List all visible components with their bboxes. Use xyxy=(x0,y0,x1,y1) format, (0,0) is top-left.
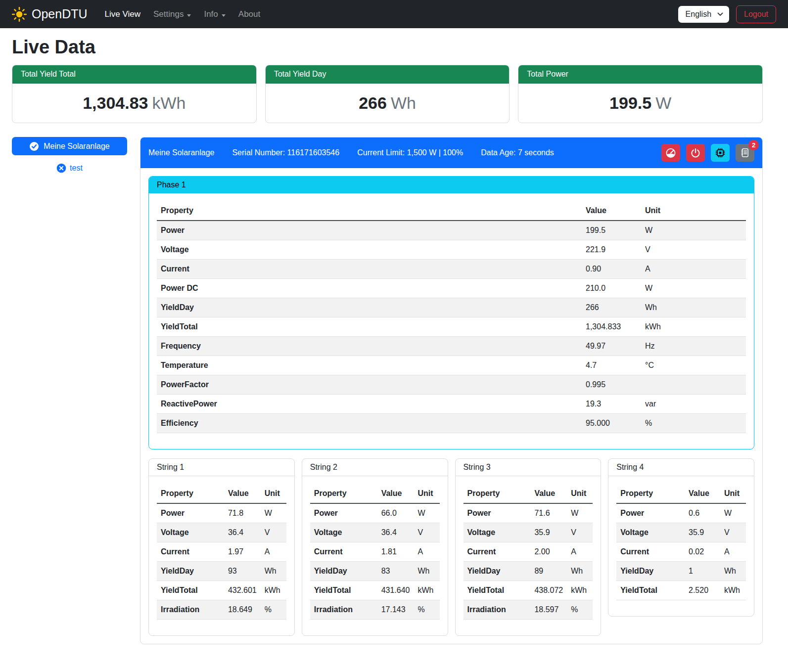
language-select[interactable]: English xyxy=(678,6,729,23)
journal-text-icon xyxy=(740,147,750,158)
card-value: 266Wh xyxy=(266,84,510,123)
string-body: Property Value Unit Power66.0W Voltage36… xyxy=(302,476,448,635)
event-log-button[interactable]: 2 xyxy=(736,144,754,162)
table-row: Irradiation18.597% xyxy=(464,600,593,620)
logout-button[interactable]: Logout xyxy=(736,5,776,23)
property-cell: Current xyxy=(464,542,531,562)
col-unit: Unit xyxy=(261,484,286,503)
table-row: Current0.02A xyxy=(616,542,746,562)
unit-cell: % xyxy=(261,600,286,620)
property-cell: Power xyxy=(310,503,377,523)
property-cell: Voltage xyxy=(157,240,582,260)
card-header: Total Power xyxy=(518,65,762,84)
table-row: Power0.6W xyxy=(616,503,746,523)
inverter-limit: Current Limit: 1,500 W | 100% xyxy=(357,148,463,157)
string-card-2: String 2 Property Value Unit xyxy=(302,458,448,636)
brand[interactable]: OpenDTU xyxy=(12,7,88,22)
unit-cell: W xyxy=(567,503,593,523)
col-value: Value xyxy=(685,484,720,503)
value-cell: 199.5 xyxy=(582,221,641,240)
card-header: Total Yield Day xyxy=(266,65,510,84)
unit-cell: A xyxy=(567,542,593,562)
unit-cell: Hz xyxy=(641,337,746,356)
value-cell: 210.0 xyxy=(582,279,641,298)
property-cell: Temperature xyxy=(157,356,582,375)
col-unit: Unit xyxy=(567,484,593,503)
nav-item-settings[interactable]: Settings xyxy=(147,5,197,23)
col-value: Value xyxy=(582,201,641,221)
nav-item-live-view[interactable]: Live View xyxy=(98,5,147,23)
unit-cell: W xyxy=(261,503,286,523)
table-row: Power199.5W xyxy=(157,221,746,240)
table-row: Voltage36.4V xyxy=(157,523,286,542)
value-cell: 0.6 xyxy=(685,503,720,523)
table-row: YieldDay83Wh xyxy=(310,562,440,581)
value-cell: 1 xyxy=(685,562,720,581)
value-cell: 431.640 xyxy=(377,581,414,600)
unit-cell: A xyxy=(414,542,440,562)
value-number: 1,304.83 xyxy=(83,93,148,112)
value-unit: Wh xyxy=(391,93,416,112)
page-title: Live Data xyxy=(12,37,763,58)
inverter-select-active-button[interactable]: Meine Solaranlage xyxy=(12,137,127,155)
power-toggle-button[interactable] xyxy=(686,144,705,162)
phase-table: Property Value Unit Power199.5W Voltage2… xyxy=(157,201,746,433)
card-value: 1,304.83kWh xyxy=(12,84,256,123)
string-card-3: String 3 Property Value Unit xyxy=(455,458,602,636)
value-cell: 0.90 xyxy=(582,260,641,279)
value-cell: 438.072 xyxy=(530,581,567,600)
unit-cell: °C xyxy=(641,356,746,375)
table-header-row: Property Value Unit xyxy=(157,484,286,503)
table-row: YieldTotal1,304.833kWh xyxy=(157,317,746,337)
property-cell: YieldTotal xyxy=(310,581,377,600)
unit-cell: kWh xyxy=(414,581,440,600)
property-cell: YieldDay xyxy=(310,562,377,581)
table-row: Power66.0W xyxy=(310,503,440,523)
property-cell: Current xyxy=(157,542,224,562)
unit-cell: A xyxy=(261,542,286,562)
check-circle-icon xyxy=(29,141,39,151)
table-row: PowerFactor0.995 xyxy=(157,375,746,395)
unit-cell: V xyxy=(414,523,440,542)
caret-down-icon xyxy=(222,14,226,17)
main-row: Meine Solaranlage test Meine So xyxy=(12,137,763,651)
nav-item-about[interactable]: About xyxy=(232,5,267,23)
string-table: Property Value Unit Power66.0W Voltage36… xyxy=(310,484,440,620)
inverter-card-header: Meine Solaranlage Serial Number: 1161716… xyxy=(140,137,762,168)
brand-label: OpenDTU xyxy=(32,7,88,21)
table-header-row: Property Value Unit xyxy=(616,484,746,503)
value-cell: 266 xyxy=(582,298,641,317)
card-total-yield-total: Total Yield Total 1,304.83kWh xyxy=(12,65,257,123)
value-cell: 0.02 xyxy=(685,542,720,562)
device-info-button[interactable] xyxy=(711,144,730,162)
value-number: 266 xyxy=(359,93,387,112)
unit-cell: Wh xyxy=(720,562,746,581)
phase-body: Property Value Unit Power199.5W Voltage2… xyxy=(149,193,754,449)
inverter-select-secondary-label: test xyxy=(70,164,83,173)
value-cell: 0.995 xyxy=(582,375,641,395)
language-value: English xyxy=(686,10,711,18)
inverter-select-secondary[interactable]: test xyxy=(12,163,127,173)
col-value: Value xyxy=(224,484,261,503)
property-cell: Current xyxy=(310,542,377,562)
value-unit: kWh xyxy=(152,93,186,112)
nav-item-info-label: Info xyxy=(204,9,218,19)
nav-item-info[interactable]: Info xyxy=(197,5,232,23)
table-row: Irradiation18.649% xyxy=(157,600,286,620)
value-cell: 18.649 xyxy=(224,600,261,620)
property-cell: YieldTotal xyxy=(157,581,224,600)
table-row: Temperature4.7°C xyxy=(157,356,746,375)
table-row: YieldDay1Wh xyxy=(616,562,746,581)
table-row: YieldTotal431.640kWh xyxy=(310,581,440,600)
inverter-card: Meine Solaranlage Serial Number: 1161716… xyxy=(140,137,763,644)
property-cell: Current xyxy=(157,260,582,279)
table-row: YieldDay93Wh xyxy=(157,562,286,581)
inverter-data-age: Data Age: 7 seconds xyxy=(481,148,554,157)
table-row: Current2.00A xyxy=(464,542,593,562)
sun-icon xyxy=(12,7,27,22)
unit-cell: Wh xyxy=(641,298,746,317)
unit-cell: W xyxy=(720,503,746,523)
card-value: 199.5W xyxy=(518,84,762,123)
limit-settings-button[interactable] xyxy=(661,144,680,162)
card-header: Total Yield Total xyxy=(12,65,256,84)
